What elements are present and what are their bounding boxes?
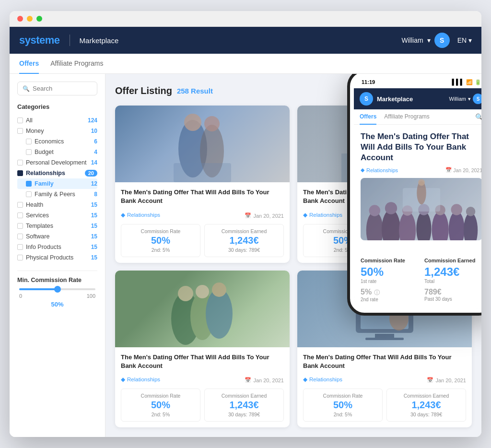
browser-dot-yellow[interactable] — [27, 16, 33, 22]
cat-label-software: Software — [26, 233, 49, 240]
card-image-2 — [115, 271, 290, 347]
browser-dot-green[interactable] — [36, 16, 42, 22]
cat-count-physical-products: 15 — [91, 254, 97, 261]
svg-point-33 — [399, 212, 416, 240]
cat-item-relationships[interactable]: Relationships 20 — [17, 168, 97, 178]
tab-affiliate-programs[interactable]: Affiliate Programs — [50, 54, 103, 74]
card-meta-earned-3: Commission Earned 1,243€ 30 days: 789€ — [386, 389, 466, 422]
browser-dot-red[interactable] — [17, 16, 23, 22]
nav-chevron-down-icon: ▾ — [427, 36, 431, 44]
cat-checkbox-info-products[interactable] — [17, 244, 23, 250]
svg-point-9 — [184, 114, 201, 131]
cat-checkbox-services[interactable] — [17, 212, 23, 218]
card-title-3: The Men's Dating Offer That Will Add Bil… — [303, 353, 462, 370]
offer-card-2[interactable]: The Men's Dating Offer That Will Add Bil… — [115, 271, 290, 427]
phone-tab-offers[interactable]: Offers — [360, 109, 376, 125]
phone-nav-user: William ▾ S — [449, 94, 481, 104]
phone-wifi-icon: 📶 — [466, 79, 473, 85]
browser-chrome — [10, 11, 481, 27]
cat-item-all[interactable]: All 124 — [17, 115, 97, 126]
nav-user[interactable]: William ▾ S — [402, 33, 450, 48]
cat-checkbox-physical-products[interactable] — [17, 255, 23, 260]
card-meta-rate-3: Commission Rate 50% 2nd: 5% — [303, 389, 383, 422]
phone-offer-tag: ◆ Relationships — [361, 167, 398, 173]
cat-count-templates: 15 — [91, 223, 97, 229]
phone-sub-nav: Offers Affiliate Programs 🔍 — [354, 109, 481, 125]
phone-status-bar: 11:19 ▌▌▌ 📶 🔋 — [354, 76, 481, 88]
tab-offers[interactable]: Offers — [19, 54, 39, 74]
phone-inner: 11:19 ▌▌▌ 📶 🔋 S Marketplace — [354, 76, 481, 309]
min-commission-section: Min. Commission Rate 0 100 50% — [17, 271, 97, 308]
cat-item-family-peers[interactable]: Family & Peers 8 — [17, 189, 97, 200]
categories-list: All 124 Money 10 Economics — [17, 115, 97, 263]
cat-item-physical-products[interactable]: Physical Products 15 — [17, 252, 97, 263]
cat-count-relationships: 20 — [85, 170, 97, 177]
phone-battery-icon: 🔋 — [475, 79, 481, 85]
cat-item-money[interactable]: Money 10 — [17, 126, 97, 136]
card-meta-rate-0: Commission Rate 50% 2nd: 5% — [121, 224, 200, 257]
cat-count-services: 15 — [91, 212, 97, 219]
calendar-icon-3: 📅 — [427, 377, 433, 383]
card-date-2: Jan 20, 2021 — [253, 377, 284, 383]
cat-checkbox-personal-dev[interactable] — [17, 160, 23, 165]
cat-checkbox-economics[interactable] — [26, 139, 32, 144]
search-input[interactable] — [33, 85, 92, 92]
svg-point-32 — [385, 202, 397, 214]
cat-checkbox-money[interactable] — [17, 128, 23, 134]
slider-max-label: 100 — [87, 293, 95, 299]
card-date-0: Jan 20, 2021 — [253, 213, 284, 219]
main-layout: 🔍 Categories All 124 Mo — [10, 74, 481, 437]
cat-checkbox-budget[interactable] — [26, 149, 32, 155]
cat-item-budget[interactable]: Budget 4 — [17, 147, 97, 157]
cat-checkbox-all[interactable] — [17, 118, 23, 123]
slider-thumb[interactable] — [54, 286, 61, 293]
phone-content: The Men's Dating Offer That Will Add Bil… — [354, 125, 481, 247]
card-meta-row-0: Commission Rate 50% 2nd: 5% Commission E… — [121, 224, 284, 257]
cat-checkbox-health[interactable] — [17, 202, 23, 208]
phone-search-icon[interactable]: 🔍 — [475, 113, 481, 121]
cat-checkbox-software[interactable] — [17, 234, 23, 239]
cat-item-info-products[interactable]: Info Products 15 — [17, 242, 97, 252]
cat-item-economics[interactable]: Economics 6 — [17, 136, 97, 147]
phone-tab-affiliate[interactable]: Affiliate Programs — [384, 109, 429, 125]
cat-label-economics: Economics — [35, 138, 64, 145]
cat-item-personal-dev[interactable]: Personal Development 14 — [17, 157, 97, 168]
card-meta-earned-0: Commission Earned 1,243€ 30 days: 789€ — [204, 224, 284, 257]
cat-item-software[interactable]: Software 15 — [17, 231, 97, 242]
svg-point-41 — [464, 212, 478, 240]
cat-checkbox-family-peers[interactable] — [26, 191, 32, 197]
cat-checkbox-family[interactable] — [26, 181, 32, 187]
phone-signal-icons: ▌▌▌ 📶 🔋 — [452, 79, 481, 85]
phone-overlay: 11:19 ▌▌▌ 📶 🔋 S Marketplace — [347, 74, 481, 316]
calendar-icon-0: 📅 — [245, 212, 251, 219]
card-body-0: The Men's Dating Offer That Will Add Bil… — [115, 182, 290, 262]
phone-logo: S — [360, 92, 373, 106]
nav-divider — [70, 35, 70, 46]
cat-checkbox-relationships[interactable] — [17, 170, 23, 176]
svg-point-30 — [369, 205, 380, 216]
logo: systeme — [19, 34, 60, 47]
offer-card-0[interactable]: The Men's Dating Offer That Will Add Bil… — [115, 106, 290, 262]
calendar-icon-2: 📅 — [245, 377, 251, 383]
search-box[interactable]: 🔍 — [17, 82, 97, 95]
cat-item-health[interactable]: Health 15 — [17, 200, 97, 210]
svg-point-21 — [196, 285, 209, 298]
svg-point-35 — [416, 211, 431, 240]
phone-commission-secondary-rate: 5% ⓘ — [361, 288, 419, 297]
categories-title: Categories — [17, 103, 97, 110]
cat-count-economics: 6 — [94, 138, 97, 145]
offer-listing-title: Offer Listing — [115, 85, 172, 96]
nav-lang[interactable]: EN ▾ — [457, 36, 472, 44]
nav-avatar: S — [434, 33, 450, 48]
svg-point-45 — [418, 179, 425, 186]
cat-label-budget: Budget — [35, 149, 54, 155]
phone-hero-image — [361, 178, 481, 240]
phone-offer-date: 📅 Jan 20, 2021 — [445, 167, 481, 173]
svg-point-20 — [178, 286, 193, 301]
phone-frame: 11:19 ▌▌▌ 📶 🔋 S Marketplace — [347, 74, 481, 316]
cat-item-services[interactable]: Services 15 — [17, 210, 97, 221]
cat-item-templates[interactable]: Templates 15 — [17, 221, 97, 231]
cat-item-family[interactable]: Family 12 — [17, 178, 97, 189]
cat-checkbox-templates[interactable] — [17, 223, 23, 229]
cat-count-all: 124 — [88, 117, 97, 124]
